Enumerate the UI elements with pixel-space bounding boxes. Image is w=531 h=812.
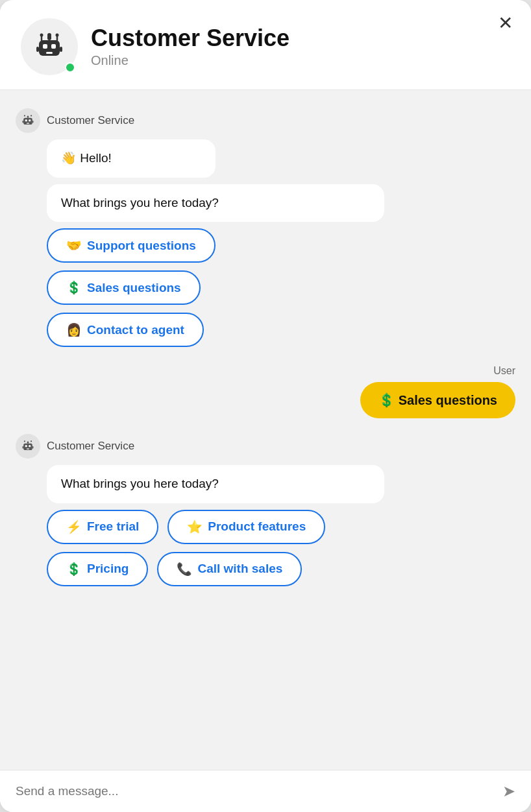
option-buttons-row-2: 💲 Pricing 📞 Call with sales	[47, 552, 515, 586]
svg-rect-3	[46, 52, 53, 54]
close-button[interactable]: ✕	[498, 14, 513, 32]
agent-group-1: Customer Service 👋 Hello! What brings yo…	[16, 108, 515, 347]
option-buttons-row-1: ⚡ Free trial ⭐ Product features	[47, 510, 515, 544]
message-input[interactable]	[16, 784, 495, 798]
option-free-trial[interactable]: ⚡ Free trial	[47, 510, 158, 544]
svg-point-27	[31, 441, 32, 442]
agent-label-row-1: Customer Service	[16, 108, 515, 133]
user-label: User	[493, 365, 515, 377]
svg-rect-22	[25, 445, 27, 447]
svg-point-5	[47, 33, 51, 37]
option-sales-questions[interactable]: 💲 Sales questions	[47, 270, 201, 305]
svg-rect-2	[51, 44, 56, 49]
svg-rect-16	[27, 115, 29, 117]
agent-avatar-small-2	[16, 434, 40, 459]
agent-robot-icon-1	[21, 113, 35, 128]
chat-header: Customer Service Online ✕	[0, 0, 531, 90]
option-call-with-sales[interactable]: 📞 Call with sales	[157, 552, 302, 586]
user-bubble-sales: 💲 Sales questions	[360, 382, 515, 418]
chat-body: Customer Service 👋 Hello! What brings yo…	[0, 90, 531, 770]
svg-rect-1	[43, 44, 47, 49]
svg-rect-10	[36, 47, 39, 52]
agent-robot-icon-2	[21, 439, 35, 453]
option-support-questions[interactable]: 🤝 Support questions	[47, 228, 216, 263]
svg-rect-23	[29, 445, 31, 447]
option-pricing[interactable]: 💲 Pricing	[47, 552, 148, 586]
agent-label-row-2: Customer Service	[16, 434, 515, 459]
option-contact-agent[interactable]: 👩 Contact to agent	[47, 313, 204, 347]
svg-point-9	[56, 34, 59, 37]
svg-rect-13	[25, 119, 27, 121]
svg-rect-24	[27, 449, 29, 449]
agent-group-2: Customer Service What brings you here to…	[16, 434, 515, 586]
option-product-features[interactable]: ⭐ Product features	[167, 510, 325, 544]
svg-point-18	[31, 115, 32, 116]
robot-avatar-icon	[32, 30, 66, 64]
svg-rect-14	[29, 119, 31, 121]
send-icon: ➤	[502, 782, 515, 800]
agent-bubbles-1: 👋 Hello! What brings you here today?	[47, 139, 515, 222]
option-buttons-1: 🤝 Support questions 💲 Sales questions 👩 …	[47, 228, 515, 347]
agent-name-1: Customer Service	[47, 114, 134, 127]
bubble-brings-you-1: What brings you here today?	[47, 184, 384, 222]
agent-avatar-small-1	[16, 108, 40, 133]
avatar-wrap	[21, 18, 78, 75]
header-title: Customer Service	[91, 25, 510, 51]
bubble-brings-you-2: What brings you here today?	[47, 465, 384, 503]
svg-point-17	[24, 115, 25, 116]
header-status: Online	[91, 53, 510, 68]
bubble-hello: 👋 Hello!	[47, 139, 216, 178]
svg-rect-25	[27, 442, 29, 444]
svg-rect-15	[27, 123, 29, 123]
svg-rect-19	[23, 121, 24, 123]
svg-point-26	[24, 441, 25, 442]
chat-window: Customer Service Online ✕	[0, 0, 531, 812]
svg-rect-11	[60, 47, 62, 52]
svg-point-8	[40, 34, 43, 37]
svg-rect-20	[32, 121, 34, 123]
send-button[interactable]: ➤	[502, 782, 515, 800]
agent-bubbles-2: What brings you here today?	[47, 465, 515, 503]
user-group-1: User 💲 Sales questions	[16, 365, 515, 418]
online-dot	[65, 62, 75, 73]
svg-rect-29	[32, 446, 34, 448]
header-text: Customer Service Online	[91, 25, 510, 69]
chat-input-area: ➤	[0, 770, 531, 812]
svg-rect-28	[23, 446, 24, 448]
agent-name-2: Customer Service	[47, 440, 134, 453]
